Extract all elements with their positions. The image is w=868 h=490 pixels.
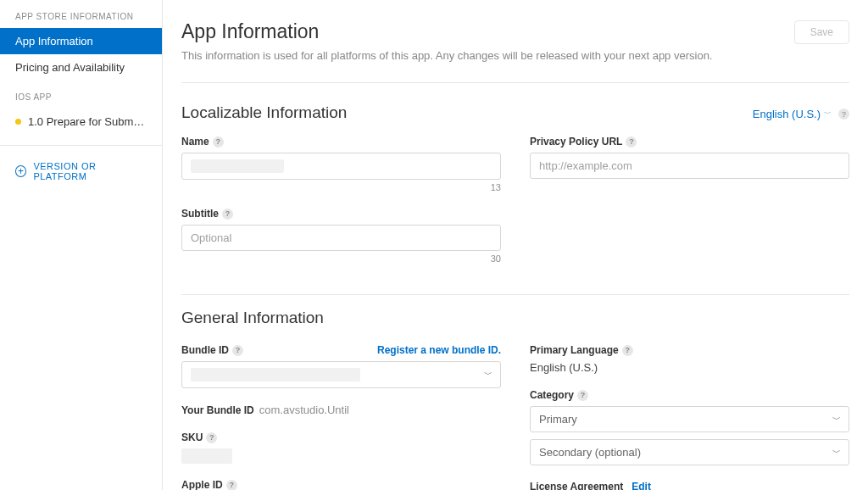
subtitle-char-count: 30 (181, 253, 501, 264)
bundle-id-label: Bundle ID ? (181, 344, 243, 356)
section-general-heading: General Information (181, 309, 849, 327)
help-icon[interactable]: ? (577, 390, 588, 401)
your-bundle-id-label: Your Bundle ID (181, 404, 254, 416)
section-divider (181, 82, 849, 83)
your-bundle-id-value: com.avstudio.Until (259, 404, 349, 416)
help-icon[interactable]: ? (232, 345, 243, 356)
license-edit-link[interactable]: Edit (632, 481, 651, 490)
primary-language-label: Primary Language ? (530, 344, 849, 356)
register-bundle-link[interactable]: Register a new bundle ID. (377, 344, 501, 356)
name-input[interactable] (181, 153, 501, 180)
sku-label: SKU ? (181, 432, 501, 443)
sidebar-item-pricing[interactable]: Pricing and Availability (0, 54, 162, 81)
sidebar: APP STORE INFORMATION App Information Pr… (0, 0, 163, 490)
page-description: This information is used for all platfor… (181, 49, 849, 62)
privacy-url-label: Privacy Policy URL ? (530, 136, 849, 148)
name-char-count: 13 (181, 182, 501, 192)
plus-circle-icon: + (15, 165, 26, 177)
subtitle-input[interactable] (181, 225, 501, 251)
name-label: Name ? (181, 136, 501, 148)
help-icon[interactable]: ? (206, 432, 217, 443)
add-version-platform-label: VERSION OR PLATFORM (33, 161, 147, 181)
help-icon[interactable]: ? (226, 480, 237, 491)
redacted-bundle-value (191, 368, 360, 381)
bundle-id-select[interactable] (181, 361, 501, 388)
chevron-down-icon: ﹀ (824, 109, 832, 120)
language-selector-label: English (U.S.) (753, 108, 821, 120)
help-icon[interactable]: ? (222, 209, 233, 220)
primary-language-value: English (U.S.) (530, 361, 849, 374)
sidebar-section-iosapp: IOS APP (0, 81, 162, 109)
redacted-sku-value (181, 448, 232, 464)
add-version-platform-button[interactable]: + VERSION OR PLATFORM (0, 156, 162, 187)
help-icon[interactable]: ? (626, 136, 637, 148)
sidebar-section-appstore: APP STORE INFORMATION (0, 0, 162, 28)
privacy-url-input[interactable] (530, 153, 849, 179)
section-divider (181, 294, 849, 295)
category-primary-select[interactable]: Primary (530, 406, 849, 432)
help-icon[interactable]: ? (213, 136, 224, 148)
page-title: App Information (181, 20, 319, 43)
redacted-name-value (191, 159, 284, 173)
sidebar-item-app-information[interactable]: App Information (0, 28, 162, 54)
sidebar-item-label: Pricing and Availability (15, 61, 125, 74)
help-icon[interactable]: ? (622, 345, 633, 356)
main-content: App Information Save This information is… (163, 0, 868, 490)
sidebar-divider (0, 145, 162, 146)
save-button[interactable]: Save (794, 20, 849, 44)
status-dot-icon (15, 119, 21, 125)
section-localizable-heading: Localizable Information (181, 103, 347, 122)
apple-id-label: Apple ID ? (181, 479, 501, 490)
sidebar-item-label: App Information (15, 35, 93, 47)
license-agreement-label: License Agreement (530, 481, 623, 490)
sidebar-item-label: 1.0 Prepare for Submissi... (28, 115, 147, 128)
help-icon[interactable]: ? (838, 109, 849, 120)
category-label: Category ? (530, 389, 849, 401)
sidebar-item-version[interactable]: 1.0 Prepare for Submissi... (0, 109, 162, 135)
language-selector[interactable]: English (U.S.) ﹀ ? (753, 108, 849, 120)
category-secondary-select[interactable]: Secondary (optional) (530, 439, 849, 465)
subtitle-label: Subtitle ? (181, 208, 501, 220)
